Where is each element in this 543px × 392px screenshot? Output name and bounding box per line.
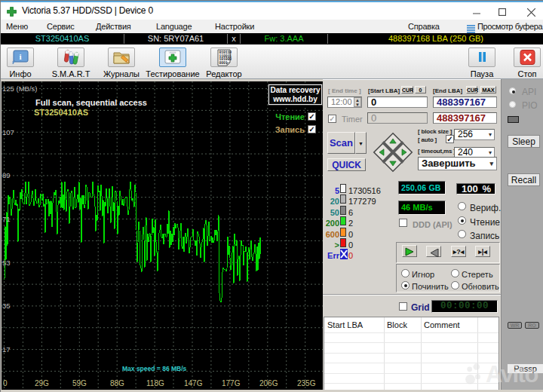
svg-text:0001: 0001 <box>219 61 228 65</box>
svg-text:Avito: Avito <box>486 361 538 387</box>
svg-text:i: i <box>19 52 21 61</box>
